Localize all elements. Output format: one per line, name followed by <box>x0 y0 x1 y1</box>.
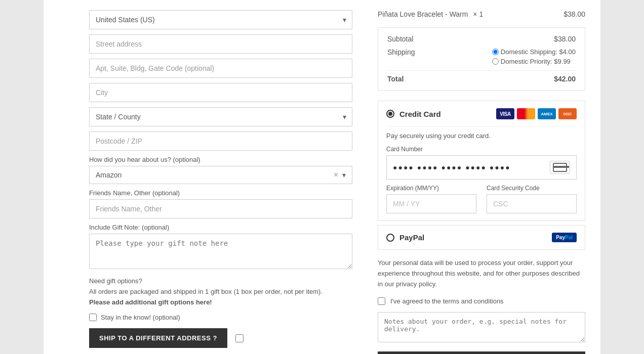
gift-note-label: Include Gift Note: (optional) <box>89 224 352 231</box>
apt-suite-field <box>89 59 352 78</box>
shipping-row: Shipping Domestic Shipping: $4.00 Domest… <box>387 48 576 65</box>
card-icon-inner <box>553 163 567 172</box>
terms-label[interactable]: I've agreed to the terms and conditions <box>390 297 504 305</box>
state-county-select[interactable]: State / County <box>89 107 352 126</box>
total-label: Total <box>387 75 404 83</box>
how-heard-section: How did you hear about us? (optional) Am… <box>89 156 352 184</box>
street-address-input[interactable] <box>89 34 352 54</box>
card-icon <box>550 161 570 174</box>
shipping-options: Domestic Shipping: $4.00 Domestic Priori… <box>492 48 576 65</box>
city-field <box>89 83 352 102</box>
credit-card-header: Credit Card VISA AMEX DISC <box>386 108 577 119</box>
paypal-option: PayPal PayPal <box>378 225 585 250</box>
paypal-radio-icon <box>386 234 394 242</box>
street-address-field <box>89 34 352 54</box>
gift-info-line1: Need gift options? <box>89 277 142 285</box>
shipping-label: Shipping <box>387 48 415 56</box>
paypal-logo: PayPal <box>552 233 577 242</box>
right-panel: Piñata Love Bracelet - Warm × 1 $38.00 S… <box>368 5 600 354</box>
totals-box: Subtotal $38.00 Shipping Domestic Shippi… <box>378 27 585 91</box>
mastercard-logo <box>517 108 535 119</box>
gift-info-line2: All orders are packaged and shipped in 1… <box>89 288 323 295</box>
total-row: Total $42.00 <box>387 70 576 83</box>
stay-in-know-checkbox[interactable] <box>89 314 97 321</box>
place-order-button[interactable]: PLACE ORDER <box>378 351 585 354</box>
how-heard-clear-icon[interactable]: × <box>334 170 338 180</box>
order-item-quantity: × 1 <box>473 10 483 18</box>
terms-checkbox[interactable] <box>378 297 385 305</box>
ship-diff-checkbox[interactable] <box>235 334 244 342</box>
apt-suite-input[interactable] <box>89 59 352 78</box>
card-number-dots: ●●●● ●●●● ●●●● ●●●● ●●●● <box>393 163 550 171</box>
card-number-row: ●●●● ●●●● ●●●● ●●●● ●●●● <box>386 155 577 180</box>
csc-value[interactable]: CSC <box>487 194 577 213</box>
country-field: United States (US) <box>89 10 352 29</box>
shipping-domestic-label: Domestic Shipping: $4.00 <box>501 48 576 56</box>
country-select[interactable]: United States (US) <box>89 10 352 29</box>
exp-label: Expiration (MM/YY) <box>386 185 476 192</box>
how-heard-label: How did you hear about us? (optional) <box>89 156 352 163</box>
paypal-label: PayPal <box>399 233 424 242</box>
gift-info-line3: Please add additional gift options here! <box>89 298 212 306</box>
left-panel: United States (US) State / County How di… <box>44 5 368 354</box>
shipping-option-priority: Domestic Priority: $9.99 <box>492 58 576 65</box>
friends-name-label: Friends Name, Other (optional) <box>89 189 352 197</box>
exp-field: Expiration (MM/YY) MM / YY <box>386 185 476 213</box>
shipping-option-domestic: Domestic Shipping: $4.00 <box>492 48 576 56</box>
order-item-row: Piñata Love Bracelet - Warm × 1 $38.00 <box>378 10 585 18</box>
how-heard-select-wrapper[interactable]: Amazon × ▾ <box>89 166 352 184</box>
ship-diff-button[interactable]: SHIP TO A DIFFERENT ADDRESS ? <box>89 328 227 348</box>
subtotal-row: Subtotal $38.00 <box>387 35 576 43</box>
privacy-text: Your personal data will be used to proce… <box>378 258 585 289</box>
exp-csc-row: Expiration (MM/YY) MM / YY Card Security… <box>386 185 577 213</box>
postcode-input[interactable] <box>89 131 352 151</box>
stay-in-know-row: Stay in the know! (optional) <box>89 314 352 321</box>
credit-card-radio-icon <box>386 110 394 118</box>
card-number-label: Card Number <box>386 146 577 153</box>
visa-logo: VISA <box>496 108 514 119</box>
ship-diff-row: SHIP TO A DIFFERENT ADDRESS ? <box>89 328 352 348</box>
friends-name-section: Friends Name, Other (optional) <box>89 189 352 218</box>
stay-in-know-label[interactable]: Stay in the know! (optional) <box>101 314 180 321</box>
paypal-header: PayPal PayPal <box>386 233 577 242</box>
page-container: United States (US) State / County How di… <box>44 0 600 354</box>
gift-note-section: Include Gift Note: (optional) <box>89 224 352 271</box>
order-item-name-text: Piñata Love Bracelet - Warm <box>378 10 468 18</box>
discover-logo: DISC <box>558 108 577 119</box>
credit-card-label: Credit Card <box>399 110 441 118</box>
card-logos: VISA AMEX DISC <box>496 108 577 119</box>
how-heard-value: Amazon <box>96 171 334 179</box>
exp-value[interactable]: MM / YY <box>386 194 476 213</box>
gift-info: Need gift options? All orders are packag… <box>89 276 352 307</box>
order-item-name: Piñata Love Bracelet - Warm × 1 <box>378 10 483 18</box>
csc-field: Card Security Code CSC <box>487 185 577 213</box>
shipping-priority-radio[interactable] <box>492 58 499 65</box>
amex-logo: AMEX <box>538 108 556 119</box>
pay-secure-text: Pay securely using your credit card. <box>386 132 577 140</box>
csc-label: Card Security Code <box>487 185 577 192</box>
subtotal-label: Subtotal <box>387 35 413 43</box>
subtotal-value: $38.00 <box>554 35 576 43</box>
order-item-price: $38.00 <box>564 10 585 18</box>
notes-textarea[interactable] <box>378 312 585 342</box>
shipping-domestic-radio[interactable] <box>492 49 499 55</box>
state-county-field: State / County <box>89 107 352 126</box>
friends-name-input[interactable] <box>89 199 352 218</box>
terms-row: I've agreed to the terms and conditions <box>378 297 585 305</box>
shipping-priority-label: Domestic Priority: $9.99 <box>501 58 571 65</box>
total-value: $42.00 <box>554 75 576 83</box>
gift-note-textarea[interactable] <box>89 234 352 269</box>
city-input[interactable] <box>89 83 352 102</box>
postcode-field <box>89 131 352 151</box>
how-heard-arrow-icon: ▾ <box>342 171 346 179</box>
credit-card-option: Credit Card VISA AMEX DISC Pay securely … <box>378 101 585 221</box>
card-details: Pay securely using your credit card. Car… <box>386 126 577 213</box>
